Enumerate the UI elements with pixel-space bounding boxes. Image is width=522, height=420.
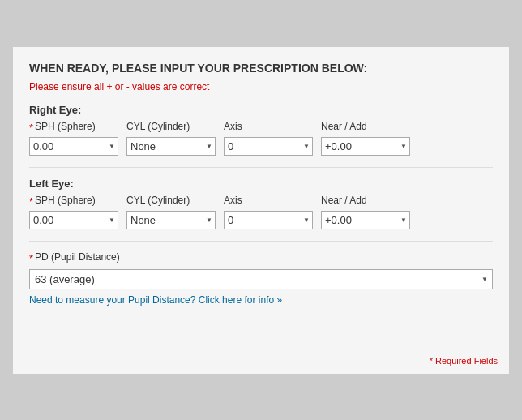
right-axis-label: Axis	[224, 121, 242, 132]
right-cyl-label: CYL (Cylinder)	[126, 121, 190, 132]
left-axis-label: Axis	[224, 195, 242, 206]
left-near-select[interactable]: +0.00	[321, 211, 410, 229]
right-cyl-wrapper: None	[126, 137, 216, 156]
left-eye-fields: * SPH (Sphere) 0.00 CYL (Cylinder) None	[29, 195, 493, 229]
right-eye-label: Right Eye:	[29, 104, 493, 116]
bottom-spacer	[29, 314, 493, 362]
right-eye-section: Right Eye: * SPH (Sphere) 0.00 CYL (Cyli…	[29, 104, 493, 156]
right-axis-group: Axis 0	[224, 121, 313, 156]
required-fields-note: * Required Fields	[430, 356, 498, 366]
pd-select-wrapper: 63 (average)	[29, 269, 493, 289]
left-cyl-group: CYL (Cylinder) None	[126, 195, 216, 229]
right-cyl-group: CYL (Cylinder) None	[126, 121, 216, 156]
right-sph-required-star: *	[29, 122, 33, 134]
divider-1	[29, 167, 493, 168]
left-eye-label: Left Eye:	[29, 178, 493, 190]
right-near-wrapper: +0.00	[321, 137, 410, 156]
pd-required-star: *	[29, 252, 33, 264]
left-sph-wrapper: 0.00	[29, 211, 118, 229]
left-cyl-wrapper: None	[126, 211, 216, 229]
left-axis-select[interactable]: 0	[224, 211, 313, 229]
left-sph-required-star: *	[29, 195, 33, 208]
right-near-group: Near / Add +0.00	[321, 121, 410, 156]
left-sph-group: * SPH (Sphere) 0.00	[29, 195, 118, 229]
divider-2	[29, 241, 493, 242]
right-sph-group: * SPH (Sphere) 0.00	[29, 121, 118, 156]
left-near-wrapper: +0.00	[321, 211, 410, 229]
right-near-select[interactable]: +0.00	[321, 137, 410, 156]
form-title: WHEN READY, PLEASE INPUT YOUR PRESCRIPTI…	[29, 62, 493, 75]
pd-select[interactable]: 63 (average)	[29, 269, 493, 289]
right-axis-wrapper: 0	[224, 137, 313, 156]
left-sph-label: SPH (Sphere)	[35, 195, 96, 206]
left-near-label: Near / Add	[321, 195, 367, 206]
left-axis-wrapper: 0	[224, 211, 313, 229]
right-axis-select[interactable]: 0	[224, 137, 313, 156]
right-sph-label: SPH (Sphere)	[35, 121, 96, 132]
left-cyl-select[interactable]: None	[126, 211, 216, 229]
left-axis-group: Axis 0	[224, 195, 313, 229]
prescription-form: WHEN READY, PLEASE INPUT YOUR PRESCRIPTI…	[12, 46, 510, 375]
pd-section: * PD (Pupil Distance) 63 (average) Need …	[29, 251, 493, 306]
right-sph-select[interactable]: 0.00	[29, 137, 118, 156]
left-cyl-label: CYL (Cylinder)	[126, 195, 190, 206]
right-cyl-select[interactable]: None	[126, 137, 216, 156]
right-sph-wrapper: 0.00	[29, 137, 118, 156]
left-near-group: Near / Add +0.00	[321, 195, 410, 229]
left-sph-select[interactable]: 0.00	[29, 211, 118, 229]
warning-text: Please ensure all + or - values are corr…	[29, 81, 493, 92]
pd-link[interactable]: Need to measure your Pupil Distance? Cli…	[29, 294, 282, 306]
left-eye-section: Left Eye: * SPH (Sphere) 0.00 CYL (Cylin…	[29, 178, 493, 229]
right-eye-fields: * SPH (Sphere) 0.00 CYL (Cylinder) None	[29, 121, 493, 156]
right-near-label: Near / Add	[321, 121, 367, 132]
pd-label: PD (Pupil Distance)	[35, 251, 120, 263]
